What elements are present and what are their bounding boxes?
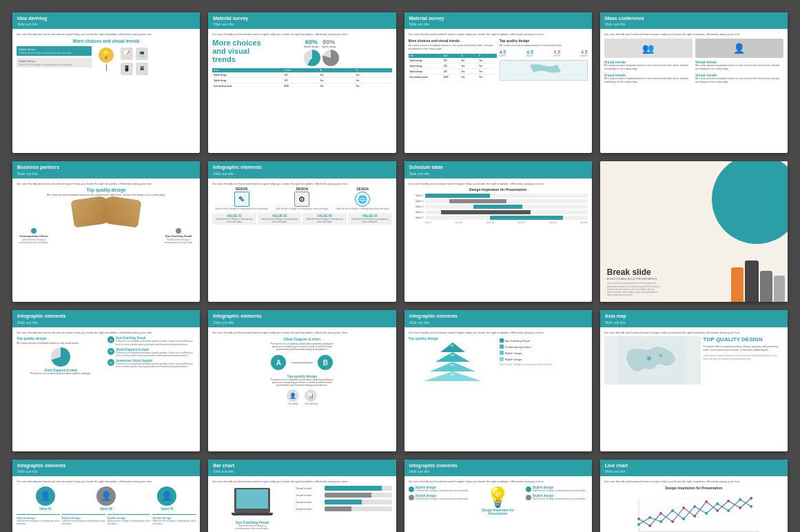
slide-5-section: Top quality design xyxy=(17,187,196,192)
s11-section: Top quality design xyxy=(409,336,497,340)
s7-bar2-track xyxy=(425,199,588,203)
s12-map xyxy=(604,336,701,385)
s3-top-quality: Top quality design xyxy=(500,39,588,43)
s3-row2: Stylish design100YesYes xyxy=(409,64,497,69)
s10-step1-desc: Provisions is a completely presentation … xyxy=(267,342,336,351)
s8-desc: Lorem Ipsum is simply dummy text of the … xyxy=(607,282,662,296)
s15-dot1 xyxy=(409,487,414,492)
slide-6-title: Infographic elements xyxy=(213,165,391,170)
s5-dot1-item: Contemporary Colors Catch the feel of de… xyxy=(17,228,51,244)
slide-12-desc: Our user-friendly and functional search … xyxy=(604,331,783,335)
s6-item1-label: DESIGN xyxy=(236,187,247,191)
s3-row1: Stylish design100YesYes xyxy=(409,59,497,63)
s6-item3: DESIGN 🌐 Catch the feel of design in con… xyxy=(336,187,389,210)
slide-13[interactable]: Infographic elements Slide sub title Our… xyxy=(12,460,200,532)
s8-content: Break slide A GENTLE AND BOLD PRESENTATI… xyxy=(607,267,662,296)
slide-8-body: Break slide A GENTLE AND BOLD PRESENTATI… xyxy=(600,161,788,302)
s9-section: Top quality design xyxy=(17,336,105,340)
slide-7[interactable]: Schedule table Slide sub title Our user-… xyxy=(404,161,592,302)
s6-icon1: ✎ xyxy=(234,192,249,207)
slide-5-subtitle: Slide sub title xyxy=(17,172,195,176)
s13-icon3: 👤 xyxy=(157,487,176,506)
s8-person4 xyxy=(774,276,785,302)
s11-label4-text: Stylish design xyxy=(505,358,522,361)
slide-4-desc: Our user-friendly and functional search … xyxy=(604,32,783,37)
s6-item2-label: DESIGN xyxy=(296,187,308,191)
s7-bar5-track xyxy=(425,216,588,220)
svg-rect-4 xyxy=(625,491,763,532)
svg-point-18 xyxy=(705,512,708,515)
s7-axis-1: Input 01 xyxy=(455,221,462,224)
s5-dot2-label: Eye-Catching Visual xyxy=(165,234,192,238)
slide-1[interactable]: Idea deriving Slide sub title Our user-f… xyxy=(12,12,200,153)
s3-row4: Eye-catching visual$100YesYes xyxy=(409,75,497,79)
slide-16[interactable]: Line chart Slide sub title Our user-frie… xyxy=(600,460,788,532)
s13-icon2: 👤 xyxy=(96,487,116,506)
slide-12[interactable]: Asia map Slide sub title Our user-friend… xyxy=(600,310,788,451)
slide-2[interactable]: Material survey Slide sub title Our user… xyxy=(208,12,396,153)
slide-11[interactable]: Infographic elements Slide sub title Our… xyxy=(404,310,592,451)
slide-7-title: Schedule table xyxy=(409,165,587,170)
s4-desc3: We create premium templates based on new… xyxy=(604,77,693,84)
svg-point-33 xyxy=(750,497,752,500)
slide-9-title: Infographic elements xyxy=(17,314,195,319)
s5-hand-right xyxy=(101,196,142,228)
s6-val3-desc: Catch the feel of design in contemporary… xyxy=(304,218,345,223)
slide-1-subtitle: Slide sub title xyxy=(17,22,195,26)
s9-step2-num: 02 xyxy=(107,348,114,355)
slide-1-header: Idea deriving Slide sub title xyxy=(12,12,200,29)
s6-item3-label: DESIGN xyxy=(356,187,368,191)
slide-11-body: Our user-friendly and functional search … xyxy=(404,327,592,451)
slide-14[interactable]: Bar chart Slide sub title Our user-frien… xyxy=(208,460,396,532)
s11-label1-text: Eye-Catching Visual xyxy=(505,339,530,342)
slide-3-body: Our user-friendly and functional search … xyxy=(404,29,592,153)
s14-bar1-track xyxy=(325,486,391,491)
s3-section: More choices and visual trends xyxy=(409,39,497,43)
s7-row2: Value 2 xyxy=(409,199,588,203)
s4-desc4: We create premium templates based on new… xyxy=(695,77,783,84)
slide-9[interactable]: Infographic elements Slide sub title Our… xyxy=(12,310,200,451)
slide-15-desc: Our user-friendly and functional search … xyxy=(409,480,588,484)
svg-point-24 xyxy=(648,524,651,527)
slide-5[interactable]: Business partners Slide sub title Our us… xyxy=(12,161,200,302)
s7-row5-label: Value 5 xyxy=(409,216,424,219)
s6-val1: VALUE 01 Catch the feel of design in con… xyxy=(212,213,256,225)
s6-icon2-desc: Catch the feel of design in contemporary… xyxy=(275,207,329,210)
s6-icon3: 🌐 xyxy=(355,192,370,207)
slide-9-desc: Our user-friendly and functional search … xyxy=(17,331,196,335)
slide-7-header: Schedule table Slide sub title xyxy=(404,161,592,178)
s1-box2: Stylish designCatch the feel of design i… xyxy=(17,58,92,68)
slide-10[interactable]: Infographic elements Slide sub title Our… xyxy=(208,310,396,451)
slide-3[interactable]: Material survey Slide sub title Our user… xyxy=(404,12,592,153)
s14-bar1-row: Visual trends xyxy=(296,486,391,491)
s1-icon4: 🖥 xyxy=(136,63,148,75)
slide-15[interactable]: Infographic elements Slide sub title Our… xyxy=(404,460,592,532)
slide-6-subtitle: Slide sub title xyxy=(213,172,391,176)
slide-1-title: Idea deriving xyxy=(17,16,195,21)
slide-3-subtitle: Slide sub title xyxy=(409,22,587,26)
slide-4-header: Ideas conference Slide sub title xyxy=(600,12,788,29)
slide-11-desc: Our user-friendly and functional search … xyxy=(409,331,588,335)
s6-val1-desc: Catch the feel of design in contemporary… xyxy=(214,218,255,223)
s15-bulb-icon: 💡 xyxy=(486,486,510,509)
slide-8[interactable]: Break slide A GENTLE AND BOLD PRESENTATI… xyxy=(600,161,788,302)
slide-9-subtitle: Slide sub title xyxy=(17,320,195,325)
slide-11-header: Infographic elements Slide sub title xyxy=(404,310,592,327)
slide-grid: Idea deriving Slide sub title Our user-f… xyxy=(12,12,788,532)
s12-map-title: TOP QUALITY DESIGN xyxy=(704,336,783,343)
svg-point-16 xyxy=(682,518,685,520)
s3-map xyxy=(500,60,588,81)
slide-5-title: Business partners xyxy=(17,165,195,170)
s2-table-header: ItemCountAB xyxy=(212,68,391,72)
s9-step2: 02 Sleek Diagram & chart Provisions is a… xyxy=(107,348,196,357)
s11-label3-text: Stylish design xyxy=(505,351,522,355)
slide-12-title: Asia map xyxy=(605,314,783,319)
slide-4[interactable]: Ideas conference Slide sub title Our use… xyxy=(600,12,788,153)
slide-6-desc: Our user-friendly and functional search … xyxy=(212,182,391,186)
s11-label2: Contemporary Colors xyxy=(500,345,588,349)
slide-13-subtitle: Slide sub title xyxy=(17,469,195,473)
slide-10-title: Infographic elements xyxy=(213,314,391,319)
s11-label4: Stylish design xyxy=(500,357,588,361)
s5-dot1-desc: Catch the feel of design in contemporary… xyxy=(17,238,51,244)
slide-6[interactable]: Infographic elements Slide sub title Our… xyxy=(208,161,396,302)
